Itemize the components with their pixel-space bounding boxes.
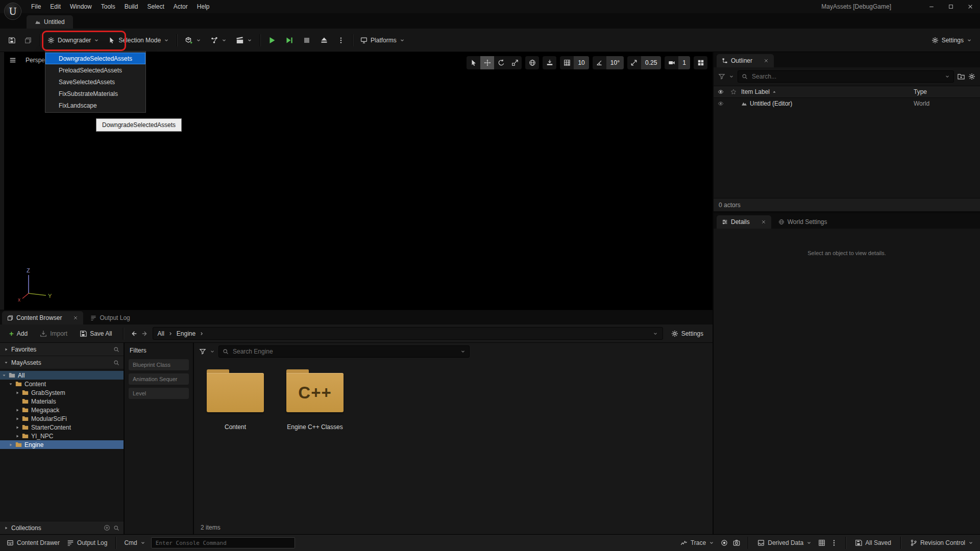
blueprints-dropdown[interactable] (206, 33, 231, 48)
filter-animation-sequer[interactable]: Animation Sequer (129, 373, 189, 385)
menu-item-DowngradeSelectedAssets[interactable]: DowngradeSelectedAssets (45, 53, 145, 64)
rotate-tool-button[interactable] (494, 56, 508, 69)
tree-expander-icon[interactable] (2, 373, 6, 378)
search-sources-icon[interactable] (113, 360, 119, 366)
outliner-settings-icon[interactable] (968, 73, 975, 80)
output-log-button[interactable]: Output Log (65, 539, 109, 546)
outliner-filter-chevron-icon[interactable] (729, 74, 734, 79)
add-actor-dropdown[interactable] (181, 33, 205, 48)
cb-settings-button[interactable]: Settings (667, 326, 707, 341)
menu-tools[interactable]: Tools (96, 0, 120, 13)
path-dropdown-icon[interactable] (653, 331, 658, 336)
platforms-dropdown[interactable]: Platforms (356, 33, 409, 48)
tree-item-grabsystem[interactable]: GrabSystem (0, 388, 124, 397)
grid-snap-value[interactable]: 10 (574, 56, 589, 69)
rotation-snap-toggle[interactable] (593, 56, 606, 69)
search-options-icon[interactable] (460, 349, 465, 354)
save-level-button[interactable] (4, 33, 19, 48)
filter-blueprint-class[interactable]: Blueprint Class (129, 359, 189, 370)
tree-expander-icon[interactable] (15, 417, 19, 421)
menu-item-FixSubstrateMaterials[interactable]: FixSubstrateMaterials (45, 88, 145, 99)
asset-search[interactable] (218, 345, 470, 358)
search-options-icon[interactable] (945, 74, 950, 79)
kebab-icon[interactable] (830, 539, 838, 546)
menu-actor[interactable]: Actor (169, 0, 192, 13)
tab-untitled[interactable]: Untitled (27, 15, 73, 29)
pin-column-icon[interactable] (730, 89, 737, 95)
settings-dropdown[interactable]: Settings (927, 33, 976, 48)
move-tool-button[interactable] (480, 56, 494, 69)
scale-tool-button[interactable] (508, 56, 522, 69)
visibility-column-icon[interactable] (718, 89, 724, 95)
console-command-input[interactable] (151, 537, 295, 548)
menu-select[interactable]: Select (142, 0, 168, 13)
tree-expander-icon[interactable] (15, 391, 19, 395)
tree-expander-icon[interactable] (15, 399, 19, 404)
tree-item-startercontent[interactable]: StarterContent (0, 423, 124, 432)
surface-snap-button[interactable] (543, 56, 556, 69)
scale-snap-value[interactable]: 0.25 (641, 56, 661, 69)
play-skip-button[interactable] (281, 33, 298, 48)
close-window-button[interactable] (961, 0, 980, 13)
search-collections-icon[interactable] (113, 525, 119, 531)
all-saved-button[interactable]: All Saved (853, 539, 893, 546)
asset-engine-c-classes[interactable]: C++Engine C++ Classes (281, 369, 349, 431)
tree-expander-icon[interactable] (15, 434, 19, 438)
world-space-toggle[interactable] (525, 56, 539, 69)
maximize-button[interactable] (941, 0, 961, 13)
breadcrumb-all[interactable]: All (158, 330, 164, 337)
trace-dropdown[interactable]: Trace (679, 539, 716, 546)
tree-item-materials[interactable]: Materials (0, 397, 124, 406)
menu-item-PreloadSelectedAssets[interactable]: PreloadSelectedAssets (45, 64, 145, 76)
cinematics-dropdown[interactable] (232, 33, 256, 48)
browse-content-button[interactable] (20, 33, 36, 48)
menu-window[interactable]: Window (65, 0, 96, 13)
tab-world-settings[interactable]: World Settings (773, 215, 832, 229)
close-tab-icon[interactable] (764, 58, 769, 63)
tree-item-all[interactable]: All (0, 371, 124, 380)
unreal-logo[interactable]: U (4, 3, 21, 20)
cmd-dropdown[interactable]: Cmd (122, 539, 146, 546)
menu-build[interactable]: Build (120, 0, 143, 13)
tab-output-log[interactable]: Output Log (85, 311, 135, 324)
tree-expander-icon[interactable] (9, 443, 13, 447)
tree-expander-icon[interactable] (9, 382, 13, 386)
tree-item-engine[interactable]: Engine (0, 440, 124, 449)
import-button[interactable]: Import (36, 326, 71, 341)
tree-item-content[interactable]: Content (0, 380, 124, 388)
viewport-layout-button[interactable] (694, 56, 707, 69)
content-drawer-button[interactable]: Content Drawer (5, 539, 61, 546)
menu-help[interactable]: Help (192, 0, 214, 13)
add-collection-icon[interactable] (104, 524, 110, 531)
tab-outliner[interactable]: Outliner (717, 54, 774, 67)
row-visibility-icon[interactable] (718, 101, 724, 107)
downgrader-dropdown[interactable]: Downgrader (43, 33, 103, 48)
back-button[interactable] (130, 330, 137, 337)
asset-filter-chevron-icon[interactable] (210, 349, 215, 354)
tab-content-browser[interactable]: Content Browser (2, 311, 83, 324)
outliner-filter-icon[interactable] (718, 73, 725, 80)
create-folder-icon[interactable] (958, 73, 965, 80)
outliner-row[interactable]: Untitled (Editor)World (714, 98, 980, 109)
asset-filter-icon[interactable] (199, 348, 206, 355)
screenshot-icon[interactable] (733, 539, 740, 546)
outliner-search[interactable] (738, 70, 954, 83)
grid-snap-toggle[interactable] (560, 56, 574, 69)
add-button[interactable]: + Add (5, 326, 32, 341)
eject-button[interactable] (316, 33, 332, 48)
record-trace-icon[interactable] (721, 539, 728, 546)
tree-item-yi_npc[interactable]: YI_NPC (0, 432, 124, 440)
expander-icon[interactable] (4, 526, 8, 530)
tree-item-modularscifi[interactable]: ModularSciFi (0, 414, 124, 423)
close-tab-icon[interactable] (761, 219, 766, 224)
collections-header[interactable]: Collections (0, 521, 124, 534)
select-tool-button[interactable] (467, 56, 480, 69)
camera-speed-value[interactable]: 1 (678, 56, 690, 69)
rotation-snap-value[interactable]: 10° (606, 56, 624, 69)
play-options-button[interactable] (333, 33, 349, 48)
asset-content[interactable]: Content (201, 369, 270, 431)
expander-icon[interactable] (4, 347, 8, 352)
asset-search-input[interactable] (232, 347, 457, 356)
breadcrumb-engine[interactable]: Engine (177, 330, 195, 337)
viewport-menu-icon[interactable] (9, 57, 16, 64)
